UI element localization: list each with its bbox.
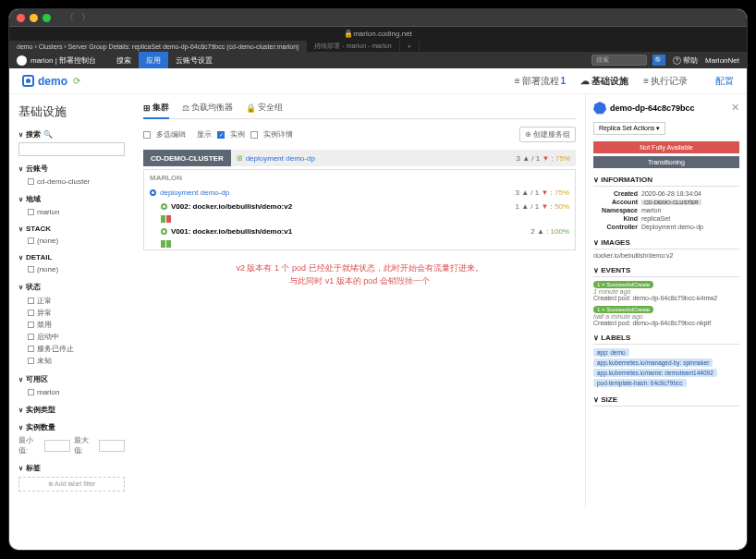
event-tag: 1 × SuccessfulCreate bbox=[593, 281, 653, 288]
filter-instance-count[interactable]: ∨实例数量 bbox=[18, 422, 125, 432]
main-content: ⊞ 集群 ⚖ 负载均衡器 🔒 安全组 多选编辑 显示 ✓实例 实例详情 ⊕ 创建… bbox=[134, 94, 585, 508]
version-row[interactable]: V002: docker.io/bebullish/demo:v21 ▲ / 1… bbox=[144, 200, 575, 213]
filter-search[interactable]: ∨搜索 🔍 bbox=[18, 129, 125, 140]
browser-tabs: demo › Clusters › Server Group Details: … bbox=[9, 41, 747, 52]
subnav-cluster[interactable]: ⊞ 集群 bbox=[143, 102, 169, 119]
status-item[interactable]: 异常 bbox=[18, 307, 125, 319]
filter-sidebar: 基础设施 ∨搜索 🔍 ∨云账号cd-demo-cluster ∨地域marlon… bbox=[9, 94, 134, 508]
tab-infrastructure[interactable]: ☁ 基础设施 bbox=[580, 75, 628, 88]
show-detail-check[interactable] bbox=[250, 131, 258, 139]
max-input[interactable] bbox=[99, 440, 125, 452]
subnav-sg[interactable]: 🔒 安全组 bbox=[246, 102, 283, 114]
help-icon[interactable]: ? bbox=[673, 56, 681, 65]
section-images[interactable]: ∨ IMAGES bbox=[593, 238, 739, 249]
filter-region[interactable]: ∨地域 bbox=[18, 194, 125, 204]
region-header: MARLON bbox=[144, 170, 575, 186]
section-size[interactable]: ∨ SIZE bbox=[593, 395, 739, 407]
global-search[interactable]: 搜索 bbox=[591, 55, 647, 66]
browser-tab-active[interactable]: demo › Clusters › Server Group Details: … bbox=[9, 41, 307, 52]
label-chip: app: demo bbox=[593, 348, 629, 357]
filter-stack[interactable]: ∨STACK bbox=[18, 225, 125, 233]
back-icon[interactable]: 〈 bbox=[65, 11, 74, 24]
section-labels[interactable]: ∨ LABELS bbox=[593, 334, 739, 345]
status-item[interactable]: 未知 bbox=[18, 355, 125, 367]
status-item[interactable]: 禁用 bbox=[18, 319, 125, 331]
stack-item[interactable]: (none) bbox=[18, 236, 125, 246]
nav-app[interactable]: 应用 bbox=[139, 52, 168, 68]
maximize-window[interactable] bbox=[43, 14, 51, 22]
version-row[interactable]: V001: docker.io/bebullish/demo:v12 ▲ : 1… bbox=[144, 225, 575, 238]
min-input[interactable] bbox=[44, 440, 70, 452]
config-link[interactable]: 配置 bbox=[715, 75, 734, 88]
filter-accounts[interactable]: ∨云账号 bbox=[18, 164, 125, 174]
filter-status[interactable]: ∨状态 bbox=[18, 282, 125, 292]
add-label-filter[interactable]: ⊕ Add label filter bbox=[18, 477, 125, 492]
titlebar: 〈〉 bbox=[9, 9, 747, 26]
subnav-lb[interactable]: ⚖ 负载均衡器 bbox=[182, 102, 233, 114]
show-instance-check[interactable]: ✓ bbox=[217, 131, 225, 139]
section-events[interactable]: ∨ EVENTS bbox=[593, 266, 739, 277]
section-information[interactable]: ∨ INFORMATION bbox=[593, 176, 739, 187]
az-item[interactable]: marlon bbox=[18, 387, 125, 397]
region-item[interactable]: marlon bbox=[18, 207, 125, 217]
status-item[interactable]: 正常 bbox=[18, 295, 125, 307]
app-icon bbox=[22, 75, 34, 87]
filter-az[interactable]: ∨可用区 bbox=[18, 374, 125, 384]
browser-tab[interactable]: 持续部署 - marlon - marlon bbox=[307, 41, 399, 52]
page-title: 基础设施 bbox=[18, 103, 125, 120]
create-server-group-button[interactable]: ⊕ 创建服务组 bbox=[519, 127, 576, 142]
nav-search[interactable]: 搜索 bbox=[109, 52, 139, 68]
close-panel-icon[interactable]: ✕ bbox=[731, 102, 739, 114]
annotation-text: v2 版本有 1 个 pod 已经处于就绪状态，此时开始会有流量打进来。与此同时… bbox=[143, 261, 576, 288]
filter-detail[interactable]: ∨DETAIL bbox=[18, 253, 125, 261]
filter-labels[interactable]: ∨标签 bbox=[18, 463, 125, 473]
user-menu[interactable]: MarlonNet bbox=[705, 56, 739, 65]
account-item[interactable]: cd-demo-cluster bbox=[18, 176, 125, 187]
new-tab[interactable]: + bbox=[400, 41, 420, 52]
refresh-icon[interactable]: ⟳ bbox=[73, 76, 80, 86]
status-not-available: Not Fully Available bbox=[593, 141, 739, 153]
detail-panel: ✕ demo-dp-64c8c79bcc Replica Set Actions… bbox=[585, 94, 747, 508]
detail-item[interactable]: (none) bbox=[18, 264, 125, 274]
nav-account[interactable]: 云账号设置 bbox=[168, 52, 220, 68]
close-window[interactable] bbox=[17, 14, 25, 22]
tab-tasks[interactable]: ≡ 执行记录 bbox=[643, 75, 688, 88]
search-input[interactable] bbox=[18, 142, 125, 156]
app-header: demo ⟳ ≡ 部署流程 1 ☁ 基础设施 ≡ 执行记录 配置 bbox=[9, 68, 747, 94]
app-name[interactable]: demo bbox=[22, 75, 67, 88]
label-chip: app.kubernetes.io/managed-by: spinnaker bbox=[593, 358, 713, 367]
kubernetes-icon bbox=[593, 102, 606, 115]
multi-edit-check[interactable] bbox=[143, 131, 151, 139]
status-item[interactable]: 服务已停止 bbox=[18, 343, 125, 355]
deployment-link[interactable]: ⊞deployment demo-dp bbox=[237, 154, 315, 163]
cluster-header: CD-DEMO-CLUSTER ⊞deployment demo-dp 3 ▲ … bbox=[143, 150, 576, 166]
brand-logo bbox=[17, 55, 27, 66]
cluster-badge: CD-DEMO-CLUSTER bbox=[143, 150, 231, 166]
status-item[interactable]: 启动中 bbox=[18, 331, 125, 343]
event-tag: 1 × SuccessfulCreate bbox=[593, 306, 653, 313]
cluster-box: MARLON deployment demo-dp3 ▲ / 1 ▼ : 75%… bbox=[143, 169, 576, 250]
detail-title: demo-dp-64c8c79bcc bbox=[593, 102, 731, 115]
app-topbar: marlon | 部署控制台 搜索 应用 云账号设置 搜索 🔍 ? 帮助 Mar… bbox=[9, 52, 747, 68]
search-button[interactable]: 🔍 bbox=[652, 55, 665, 66]
forward-icon[interactable]: 〉 bbox=[81, 11, 91, 24]
brand-text: marlon | 部署控制台 bbox=[30, 55, 96, 66]
label-chip: app.kubernetes.io/name: demoteam144092 bbox=[593, 369, 717, 377]
deployment-row[interactable]: deployment demo-dp3 ▲ / 1 ▼ : 75% bbox=[144, 186, 575, 200]
url-bar[interactable]: 🔒 marlon.coding.net bbox=[9, 26, 747, 41]
status-transitioning: Transitioning bbox=[593, 156, 739, 168]
filter-instance-type[interactable]: ∨实例类型 bbox=[18, 405, 125, 415]
label-chip: pod-template-hash: 64c8c79bcc bbox=[593, 379, 687, 387]
cluster-stats: 3 ▲ / 1 ▼ : 75% bbox=[516, 154, 576, 163]
minimize-window[interactable] bbox=[30, 14, 38, 22]
tab-deploy-flow[interactable]: ≡ 部署流程 1 bbox=[515, 75, 566, 88]
replica-set-actions[interactable]: Replica Set Actions ▾ bbox=[593, 122, 665, 135]
